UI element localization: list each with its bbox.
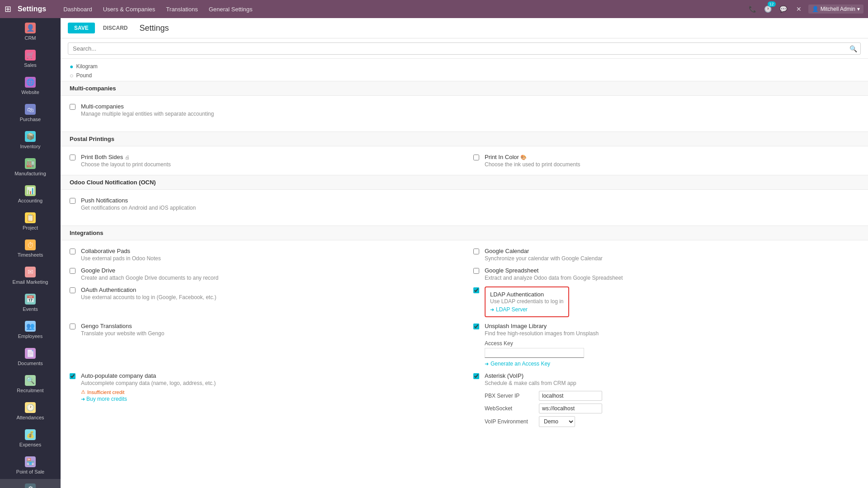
user-name: Mitchell Admin xyxy=(821,6,855,12)
arrow-right-icon: ➜ xyxy=(490,307,494,313)
pbx-server-label: PBX Server IP xyxy=(485,393,534,399)
integration-unsplash: Unsplash Image Library Find free high-re… xyxy=(473,323,859,367)
sidebar-item-attendances[interactable]: 🕐 Attendances xyxy=(0,398,61,425)
gengo-text: Gengo Translations Translate your websit… xyxy=(81,323,164,337)
sidebar-label-website: Website xyxy=(21,89,39,95)
sidebar-item-inventory[interactable]: 📦 Inventory xyxy=(0,127,61,154)
radio-pound-label: Pound xyxy=(76,72,92,79)
sidebar-item-emailmarketing[interactable]: ✉ Email Marketing xyxy=(0,262,61,289)
multicompanies-label: Multi-companies xyxy=(81,103,214,110)
integration-asterisk: Asterisk (VoIP) Schedule & make calls fr… xyxy=(473,372,859,430)
push-notifications-label: Push Notifications xyxy=(81,197,196,204)
discard-button[interactable]: DISCARD xyxy=(99,23,132,33)
website-icon: 🌐 xyxy=(25,77,36,88)
ldap-server-link[interactable]: ➜ LDAP Server xyxy=(490,306,528,313)
integration-googlespreadsheet: Google Spreadsheet Extract and analyze O… xyxy=(473,267,859,281)
search-input[interactable] xyxy=(68,42,861,55)
weight-section: ● Kilogram ○ Pound xyxy=(61,58,868,79)
sidebar-item-employees[interactable]: 👥 Employees xyxy=(0,316,61,343)
websocket-input[interactable] xyxy=(539,404,602,413)
voip-env-select[interactable]: Demo Production xyxy=(539,416,575,427)
ldap-label: LDAP Authentication xyxy=(490,291,544,298)
ocn-push-row: Push Notifications Get notifications on … xyxy=(70,197,859,211)
access-key-input[interactable] xyxy=(485,348,584,358)
autopopulate-desc: Autocomplete company data (name, logo, a… xyxy=(81,380,216,386)
postal-printbothsides: Print Both Sides 🖨 Choose the layout to … xyxy=(70,154,455,168)
sidebar-item-manufacturing[interactable]: 🏭 Manufacturing xyxy=(0,154,61,181)
grid-icon[interactable]: ⊞ xyxy=(5,4,11,14)
sidebar-item-timesheets[interactable]: ⏱ Timesheets xyxy=(0,235,61,262)
sidebar-item-accounting[interactable]: 📊 Accounting xyxy=(0,181,61,208)
buy-more-credits-link[interactable]: ➜ Buy more credits xyxy=(81,396,216,402)
sidebar-item-sales[interactable]: 🛒 Sales xyxy=(0,45,61,72)
section-header-ocn: Odoo Cloud Notification (OCN) xyxy=(61,175,868,190)
pbx-server-input[interactable] xyxy=(539,391,602,401)
sidebar-item-pos[interactable]: 🏪 Point of Sale xyxy=(0,452,61,479)
sidebar-label-events: Events xyxy=(23,306,38,312)
gengo-checkbox[interactable] xyxy=(70,324,75,329)
sidebar-item-expenses[interactable]: 💰 Expenses xyxy=(0,425,61,452)
gengo-label: Gengo Translations xyxy=(81,323,164,329)
collabpads-checkbox[interactable] xyxy=(70,249,75,254)
warning-icon: ⚠ xyxy=(81,389,85,395)
save-button[interactable]: SAVE xyxy=(68,23,95,33)
googledrive-label: Google Drive xyxy=(81,267,218,274)
integration-oauth: OAuth Authentication Use external accoun… xyxy=(70,286,455,317)
googlespreadsheet-desc: Extract and analyze Odoo data from Googl… xyxy=(485,275,623,281)
unsplash-checkbox[interactable] xyxy=(473,324,479,329)
sidebar-label-project: Project xyxy=(23,225,38,230)
generate-access-key-link[interactable]: ➜ Generate an Access Key xyxy=(485,361,599,367)
sidebar-item-project[interactable]: 📋 Project xyxy=(0,208,61,235)
events-icon: 📅 xyxy=(25,294,36,305)
asterisk-checkbox[interactable] xyxy=(473,373,479,379)
multicompanies-checkbox[interactable] xyxy=(70,104,75,110)
nav-users-companies[interactable]: Users & Companies xyxy=(99,4,160,14)
nav-translations[interactable]: Translations xyxy=(161,4,202,14)
push-notifications-checkbox[interactable] xyxy=(70,198,75,204)
googlespreadsheet-checkbox[interactable] xyxy=(473,268,479,274)
section-header-multicompanies: Multi-companies xyxy=(61,81,868,96)
user-menu[interactable]: 👤 Mitchell Admin ▾ xyxy=(808,5,863,14)
generalsettings-icon: ⚙ xyxy=(25,483,36,488)
generate-access-key-label: Generate an Access Key xyxy=(491,361,550,367)
close-icon[interactable]: ✕ xyxy=(793,3,805,15)
phone-icon[interactable]: 📞 xyxy=(747,3,759,15)
chat-icon[interactable]: 💬 xyxy=(778,3,789,15)
inventory-icon: 📦 xyxy=(25,131,36,142)
sidebar-item-recruitment[interactable]: 🔍 Recruitment xyxy=(0,371,61,398)
collabpads-label: Collaborative Pads xyxy=(81,248,161,254)
sidebar-label-inventory: Inventory xyxy=(20,144,40,149)
integrations-cols: Collaborative Pads Use external pads in … xyxy=(61,240,868,437)
printbothsides-checkbox[interactable] xyxy=(70,155,75,160)
sidebar-item-documents[interactable]: 📄 Documents xyxy=(0,343,61,371)
chevron-down-icon: ▾ xyxy=(857,6,860,12)
nav-general-settings[interactable]: General Settings xyxy=(204,4,257,14)
sidebar-label-documents: Documents xyxy=(18,361,43,366)
sidebar-item-website[interactable]: 🌐 Website xyxy=(0,72,61,99)
googlecalendar-checkbox[interactable] xyxy=(473,249,479,254)
sidebar-label-emailmarketing: Email Marketing xyxy=(13,279,48,285)
nav-dashboard[interactable]: Dashboard xyxy=(59,4,97,14)
googledrive-checkbox[interactable] xyxy=(70,268,75,274)
integration-googledrive: Google Drive Create and attach Google Dr… xyxy=(70,267,455,281)
radio-kilogram-label: Kilogram xyxy=(76,63,97,70)
timesheets-icon: ⏱ xyxy=(25,239,36,250)
googlespreadsheet-text: Google Spreadsheet Extract and analyze O… xyxy=(485,267,623,281)
oauth-checkbox[interactable] xyxy=(70,287,75,293)
sidebar-item-purchase[interactable]: 🛍 Purchase xyxy=(0,99,61,127)
radio-pound: ○ Pound xyxy=(70,72,859,79)
attendances-icon: 🕐 xyxy=(25,402,36,413)
ldap-checkbox[interactable] xyxy=(473,287,479,293)
sidebar-item-events[interactable]: 📅 Events xyxy=(0,289,61,316)
printincolor-desc: Choose the ink used to print documents xyxy=(485,161,580,168)
recruitment-icon: 🔍 xyxy=(25,375,36,386)
sidebar-item-crm[interactable]: 👤 CRM xyxy=(0,18,61,45)
asterisk-label: Asterisk (VoIP) xyxy=(485,372,602,379)
crm-icon: 👤 xyxy=(25,23,36,33)
websocket-label: WebSocket xyxy=(485,405,534,412)
printincolor-checkbox[interactable] xyxy=(473,155,479,160)
sidebar-item-generalsettings[interactable]: ⚙ General Settings xyxy=(0,479,61,488)
collabpads-text: Collaborative Pads Use external pads in … xyxy=(81,248,161,262)
googlespreadsheet-label: Google Spreadsheet xyxy=(485,267,623,274)
autopopulate-checkbox[interactable] xyxy=(70,373,75,379)
